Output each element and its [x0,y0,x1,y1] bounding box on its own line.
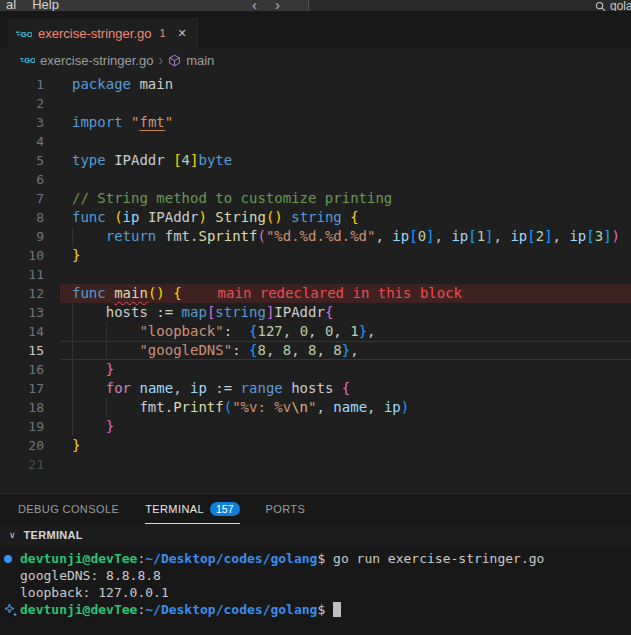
code-text[interactable] [60,94,631,113]
terminal-row[interactable]: googleDNS: 8.8.8.8 [0,567,631,584]
code-text[interactable] [60,132,631,151]
code-text[interactable]: for name, ip := range hosts { [60,379,631,398]
code-text[interactable]: package main [60,75,631,94]
code-token: , [283,323,300,339]
line-number[interactable]: 15 [0,341,60,360]
code-token: "%v: %v [232,399,291,415]
breadcrumb-symbol[interactable]: main [186,53,214,68]
code-text[interactable]: fmt.Printf("%v: %v\n", name, ip) [60,398,631,417]
code-token: 0 [300,323,308,339]
terminal-text: ~/Desktop/codes/golang [145,550,317,567]
line-number[interactable]: 11 [0,265,60,284]
line-number[interactable]: 20 [0,436,60,455]
line-number[interactable]: 21 [0,455,60,474]
code-token: "loopback" [139,323,223,339]
editor-tab-bar: GO exercise-stringer.go 1 ✕ [0,11,631,48]
code-token: string [291,209,342,225]
code-text[interactable]: func (ip IPAddr) String() string { [60,208,631,227]
code-line: 10} [0,246,631,265]
vscode-window: al Help ‹ › gola GO exercise-stringer.go… [0,0,631,635]
code-text[interactable] [60,265,631,284]
terminal-row[interactable]: devtunji@devTee:~/Desktop/codes/golang$ … [0,550,631,567]
code-text[interactable]: "googleDNS": {8, 8, 8, 8}, [60,341,631,360]
code-token: "googleDNS" [139,342,232,358]
terminal-section-header[interactable]: ∨ TERMINAL [0,524,631,546]
chevron-down-icon[interactable]: ∨ [9,530,16,540]
sparkle-icon[interactable] [0,603,20,617]
code-text[interactable]: func main() {main redeclared in this blo… [60,284,631,303]
tab-close-icon[interactable]: ✕ [178,27,187,40]
code-token: := [207,380,241,396]
terminal-row[interactable]: devtunji@devTee:~/Desktop/codes/golang$ [0,601,631,618]
tab-exercise-stringer[interactable]: GO exercise-stringer.go 1 ✕ [8,18,198,48]
menu-item-help[interactable]: Help [32,0,59,11]
line-number[interactable]: 2 [0,94,60,113]
panel-tab-terminal[interactable]: TERMINAL157 [145,494,239,524]
code-editor[interactable]: 1package main23import "fmt"45type IPAddr… [0,72,631,493]
line-number[interactable]: 19 [0,417,60,436]
code-token: 8 [257,342,265,358]
code-token: IPAddr [106,152,173,168]
terminal-text: : [137,550,145,567]
line-number[interactable]: 7 [0,189,60,208]
line-number[interactable]: 4 [0,132,60,151]
command-center-search[interactable]: gola [308,0,631,11]
code-line: 7// String method to customize printing [0,189,631,208]
code-text[interactable] [60,170,631,189]
code-token: , [266,342,283,358]
panel-tab-ports[interactable]: PORTS [266,494,306,524]
line-number[interactable]: 18 [0,398,60,417]
code-token: hosts [283,380,342,396]
line-number[interactable]: 9 [0,227,60,246]
line-number[interactable]: 8 [0,208,60,227]
line-number[interactable]: 6 [0,170,60,189]
code-token: name [333,399,367,415]
code-line: 20} [0,436,631,455]
code-token [123,114,131,130]
code-token: [ [409,228,417,244]
code-token: IPAddr [274,304,325,320]
go-file-icon: GO [20,55,35,65]
line-number[interactable]: 14 [0,322,60,341]
command-decoration-icon[interactable] [0,555,20,563]
line-number[interactable]: 16 [0,360,60,379]
terminal-output[interactable]: devtunji@devTee:~/Desktop/codes/golang$ … [0,546,631,618]
code-token: func [72,285,106,301]
menu-item-terminal[interactable]: al [6,0,16,11]
line-number[interactable]: 5 [0,151,60,170]
line-number[interactable]: 10 [0,246,60,265]
code-text[interactable]: import "fmt" [60,113,631,132]
line-number[interactable]: 12 [0,284,60,303]
code-text[interactable]: hosts := map[string]IPAddr{ [60,303,631,322]
code-token: , [308,323,325,339]
terminal-row[interactable]: loopback: 127.0.0.1 [0,584,631,601]
code-line: 1package main [0,75,631,94]
code-token: Printf [173,399,224,415]
code-text[interactable]: type IPAddr [4]byte [60,151,631,170]
line-number[interactable]: 3 [0,113,60,132]
line-number[interactable]: 17 [0,379,60,398]
terminal-text: ~/Desktop/codes/golang [145,601,317,618]
code-text[interactable]: } [60,436,631,455]
line-number[interactable]: 1 [0,75,60,94]
code-token: ( [257,228,265,244]
code-text[interactable] [60,455,631,474]
indent-guide [72,360,73,379]
code-token: ) [198,209,206,225]
code-text[interactable]: return fmt.Sprintf("%d.%d.%d.%d", ip[0],… [60,227,631,246]
breadcrumb-file[interactable]: exercise-stringer.go [40,53,153,68]
navigate-back-icon[interactable]: ‹ [252,0,257,11]
breadcrumb-separator: › [158,52,163,68]
code-text[interactable]: "loopback": {127, 0, 0, 1}, [60,322,631,341]
navigate-forward-icon[interactable]: › [275,0,280,11]
panel-tab-debug-console[interactable]: DEBUG CONSOLE [18,494,119,524]
code-token: name [139,380,173,396]
code-text[interactable]: } [60,246,631,265]
code-token: 2 [536,228,544,244]
line-number[interactable]: 13 [0,303,60,322]
terminal-count-badge: 157 [210,502,240,516]
code-text[interactable]: // String method to customize printing [60,189,631,208]
code-text[interactable]: } [60,417,631,436]
code-text[interactable]: } [60,360,631,379]
code-token [342,209,350,225]
